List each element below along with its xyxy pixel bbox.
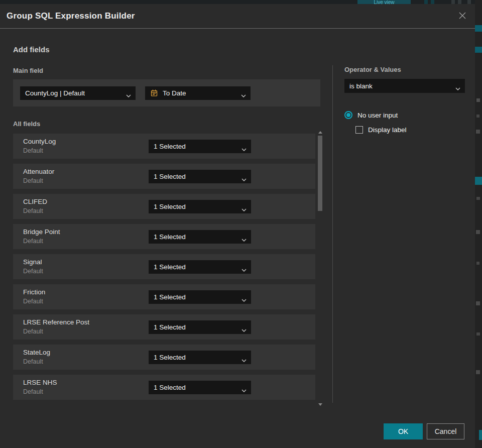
field-selection-value: 1 Selected: [154, 233, 186, 241]
group-sql-expression-builder-dialog: Group SQL Expression Builder Add fields …: [0, 4, 475, 448]
background-app-top-edge: Live view: [0, 0, 482, 4]
field-row: CountyLog Default 1 Selected: [13, 134, 315, 159]
field-type-select-value: To Date: [163, 89, 186, 97]
field-selection-dropdown[interactable]: 1 Selected: [149, 320, 251, 334]
operator-values-heading: Operator & Values: [344, 66, 401, 73]
all-fields-label: All fields: [13, 120, 40, 128]
close-icon: [458, 11, 467, 22]
toolbar-icon-fragment: [458, 0, 461, 4]
field-selection-value: 1 Selected: [154, 354, 186, 361]
field-selection-value: 1 Selected: [154, 143, 186, 150]
all-fields-list: CountyLog Default 1 Selected Attenuator …: [13, 134, 322, 407]
toolbar-icon-fragment: [467, 0, 471, 4]
field-selection-dropdown[interactable]: 1 Selected: [149, 260, 251, 274]
live-view-button-fragment[interactable]: Live view: [357, 0, 411, 4]
field-type-select[interactable]: To Date: [145, 86, 251, 100]
add-fields-heading: Add fields: [13, 45, 50, 54]
chevron-down-icon: [242, 356, 247, 364]
close-button[interactable]: [457, 11, 468, 22]
field-row: Friction Default 1 Selected: [13, 284, 315, 309]
field-selection-dropdown[interactable]: 1 Selected: [149, 230, 251, 244]
chevron-down-icon: [242, 145, 247, 153]
field-row: Attenuator Default 1 Selected: [13, 164, 315, 189]
ok-button[interactable]: OK: [384, 423, 423, 439]
dialog-footer: OK Cancel: [0, 423, 475, 439]
cancel-button[interactable]: Cancel: [427, 423, 464, 439]
live-view-label: Live view: [357, 0, 411, 4]
field-selection-dropdown[interactable]: 1 Selected: [149, 351, 251, 364]
field-selection-dropdown[interactable]: 1 Selected: [149, 381, 251, 394]
display-label-checkbox-row[interactable]: Display label: [355, 126, 407, 134]
chevron-down-icon: [242, 266, 247, 273]
dialog-title: Group SQL Expression Builder: [7, 11, 135, 21]
checkbox-unchecked-icon[interactable]: [355, 126, 363, 134]
field-selection-dropdown[interactable]: 1 Selected: [149, 290, 251, 304]
chevron-down-icon: [455, 84, 460, 92]
main-field-label: Main field: [13, 67, 43, 74]
panel-divider: [332, 65, 333, 403]
field-row: StateLog Default 1 Selected: [13, 345, 315, 370]
chevron-down-icon: [242, 236, 247, 243]
field-selection-value: 1 Selected: [154, 263, 186, 271]
chevron-down-icon: [242, 386, 247, 394]
scrollbar-up-arrow-icon[interactable]: [318, 131, 322, 134]
main-field-select-value: CountyLog | Default: [25, 89, 85, 97]
calendar-icon: [150, 89, 158, 97]
chevron-down-icon: [242, 296, 247, 303]
chevron-down-icon: [242, 175, 247, 183]
field-selection-dropdown[interactable]: 1 Selected: [149, 200, 251, 213]
field-selection-dropdown[interactable]: 1 Selected: [149, 140, 251, 153]
field-selection-value: 1 Selected: [154, 203, 186, 210]
field-row: LRSE NHS Default 1 Selected: [13, 375, 315, 400]
display-label-label: Display label: [368, 126, 407, 134]
fields-list-scrollbar[interactable]: [317, 131, 323, 407]
radio-selected-icon[interactable]: [344, 111, 352, 119]
field-row: Bridge Point Default 1 Selected: [13, 224, 315, 249]
toolbar-icon-fragment: [451, 0, 455, 4]
operator-select[interactable]: is blank: [344, 79, 465, 93]
no-user-input-label: No user input: [357, 111, 398, 119]
main-field-select[interactable]: CountyLog | Default: [20, 86, 136, 100]
scrollbar-thumb[interactable]: [318, 136, 322, 211]
toolbar-icon-fragment: [431, 0, 434, 4]
toolbar-icon-fragment: [424, 0, 428, 4]
field-row: LRSE Reference Post Default 1 Selected: [13, 314, 315, 340]
chevron-down-icon: [242, 326, 247, 333]
chevron-down-icon: [242, 205, 247, 213]
field-selection-value: 1 Selected: [154, 384, 186, 391]
field-selection-value: 1 Selected: [154, 293, 186, 301]
scrollbar-down-arrow-icon[interactable]: [318, 403, 322, 406]
chevron-down-icon: [126, 91, 131, 99]
operator-select-value: is blank: [349, 82, 373, 90]
no-user-input-radio-row[interactable]: No user input: [344, 111, 398, 119]
field-selection-value: 1 Selected: [154, 323, 186, 331]
field-row: Signal Default 1 Selected: [13, 254, 315, 279]
field-selection-value: 1 Selected: [154, 173, 186, 180]
background-app-right-edge: [475, 0, 482, 448]
field-selection-dropdown[interactable]: 1 Selected: [149, 170, 251, 183]
main-field-box: CountyLog | Default To Date: [13, 79, 320, 106]
dialog-titlebar: Group SQL Expression Builder: [0, 4, 475, 29]
chevron-down-icon: [241, 91, 246, 99]
field-row: CLIFED Default 1 Selected: [13, 194, 315, 219]
